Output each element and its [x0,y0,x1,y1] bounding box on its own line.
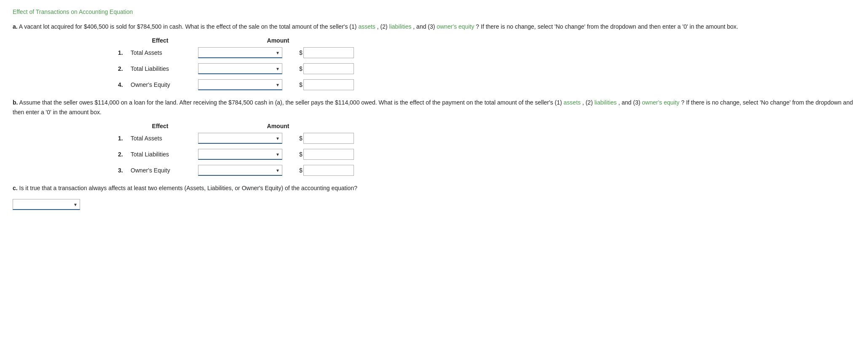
part-a-row1-amount-wrapper: $ [299,47,354,58]
part-a-label: a. [13,23,18,30]
part-a-row4-effect-select[interactable]: Increase Decrease No change [198,79,282,90]
part-b-row-3: 3. Owner's Equity Increase Decrease No c… [118,165,855,176]
part-a-effect-header: Effect [118,37,202,44]
part-a-row4-select-wrapper: Increase Decrease No change ▼ [198,79,282,90]
part-b-assets-link: assets [564,99,581,106]
part-a-row-4: 4. Owner's Equity Increase Decrease No c… [118,79,855,90]
part-a-row1-amount-input[interactable] [303,47,354,58]
part-a-row4-dollar: $ [299,81,303,88]
part-b-headers: Effect Amount [118,123,855,129]
part-b-block: b. Assume that the seller owes $114,000 … [13,98,855,176]
part-a-row4-amount-input[interactable] [303,79,354,90]
part-a-row4-number: 4. [118,81,131,88]
part-a-assets-link: assets [358,23,375,30]
part-a-text-mid1: , (2) [377,23,389,30]
part-a-text-before: A vacant lot acquired for $406,500 is so… [19,23,359,30]
part-c-answer-select[interactable]: Yes No [13,199,80,210]
part-a-row1-select-wrapper: Increase Decrease No change ▼ [198,47,282,58]
part-a-row1-label: Total Assets [131,49,198,56]
part-b-effect-header: Effect [118,123,202,129]
part-a-table: Effect Amount 1. Total Assets Increase D… [118,37,855,90]
part-c-label: c. [13,185,18,191]
part-c-text: Is it true that a transaction always aff… [19,185,357,191]
part-b-row1-label: Total Assets [131,135,198,142]
part-b-row3-dollar: $ [299,167,303,174]
part-a-headers: Effect Amount [118,37,855,44]
part-a-row4-amount-wrapper: $ [299,79,354,90]
part-a-row-2: 2. Total Liabilities Increase Decrease N… [118,63,855,74]
part-a-row-1: 1. Total Assets Increase Decrease No cha… [118,47,855,58]
part-a-block: a. A vacant lot acquired for $406,500 is… [13,22,855,90]
part-a-row1-number: 1. [118,49,131,56]
part-b-row1-amount-input[interactable] [303,133,354,144]
part-b-table: Effect Amount 1. Total Assets Increase D… [118,123,855,176]
part-c-select-wrapper: Yes No ▼ [13,199,80,210]
part-b-row3-number: 3. [118,167,131,174]
part-a-equity-link: owner's equity [437,23,474,30]
part-a-row2-select-wrapper: Increase Decrease No change ▼ [198,63,282,74]
part-b-amount-header: Amount [253,123,303,129]
part-b-question: b. Assume that the seller owes $114,000 … [13,98,855,117]
part-b-row2-label: Total Liabilities [131,151,198,158]
part-b-row2-select-wrapper: Increase Decrease No change ▼ [198,149,282,160]
page-title: Effect of Transactions on Accounting Equ… [13,8,855,15]
part-b-row2-effect-select[interactable]: Increase Decrease No change [198,149,282,160]
part-b-row2-amount-wrapper: $ [299,149,354,160]
part-b-row3-effect-select[interactable]: Increase Decrease No change [198,165,282,176]
part-b-text-mid2: , and (3) [619,99,642,106]
part-b-row1-number: 1. [118,135,131,142]
part-a-text-mid2: , and (3) [413,23,437,30]
part-a-question: a. A vacant lot acquired for $406,500 is… [13,22,855,31]
part-b-row2-amount-input[interactable] [303,149,354,160]
part-b-text-mid1: , (2) [582,99,595,106]
part-b-row2-number: 2. [118,151,131,158]
part-a-row4-label: Owner's Equity [131,81,198,88]
part-a-row1-dollar: $ [299,49,303,56]
part-b-text-before: Assume that the seller owes $114,000 on … [19,99,564,106]
part-b-row1-select-wrapper: Increase Decrease No change ▼ [198,133,282,144]
part-b-row-1: 1. Total Assets Increase Decrease No cha… [118,133,855,144]
part-b-equity-link: owner's equity [642,99,680,106]
part-a-row2-label: Total Liabilities [131,65,198,72]
part-a-row2-number: 2. [118,65,131,72]
part-a-row2-dollar: $ [299,65,303,72]
part-b-row1-effect-select[interactable]: Increase Decrease No change [198,133,282,144]
part-a-row2-effect-select[interactable]: Increase Decrease No change [198,63,282,74]
part-b-label: b. [13,99,18,106]
part-a-row1-effect-select[interactable]: Increase Decrease No change [198,47,282,58]
part-b-liabilities-link: liabilities [595,99,617,106]
part-b-row1-amount-wrapper: $ [299,133,354,144]
part-b-row1-dollar: $ [299,135,303,142]
title-text: Effect of Transactions on Accounting Equ… [13,8,133,15]
part-b-row3-amount-input[interactable] [303,165,354,176]
part-a-amount-header: Amount [253,37,303,44]
part-a-row2-amount-wrapper: $ [299,63,354,74]
part-b-row3-label: Owner's Equity [131,167,198,174]
part-b-row2-dollar: $ [299,151,303,158]
part-b-row-2: 2. Total Liabilities Increase Decrease N… [118,149,855,160]
part-a-row2-amount-input[interactable] [303,63,354,74]
part-a-text-after: ? If there is no change, select 'No chan… [476,23,738,30]
part-a-liabilities-link: liabilities [389,23,412,30]
part-c-question: c. Is it true that a transaction always … [13,183,855,193]
part-b-row3-select-wrapper: Increase Decrease No change ▼ [198,165,282,176]
part-b-row3-amount-wrapper: $ [299,165,354,176]
part-c-block: c. Is it true that a transaction always … [13,183,855,210]
